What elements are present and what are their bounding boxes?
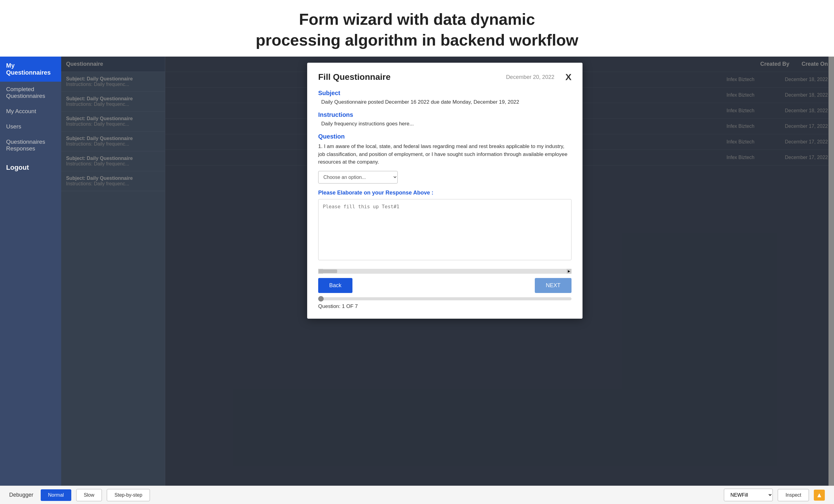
sidebar-item-my-account[interactable]: My Account — [0, 104, 61, 119]
modal-title: Fill Questionnaire — [318, 72, 390, 82]
normal-button[interactable]: Normal — [41, 489, 71, 501]
sidebar-item-questionnaires-responses[interactable]: Questionnaires Responses — [0, 134, 61, 156]
next-button[interactable]: NEXT — [535, 278, 571, 293]
sidebar: My Questionnaires Completed Questionnair… — [0, 56, 61, 491]
sidebar-item-completed[interactable]: Completed Questionnaires — [0, 82, 61, 104]
horizontal-scrollbar[interactable]: ◀ ▶ — [318, 269, 571, 274]
progress-thumb — [318, 296, 324, 301]
elaborate-textarea[interactable] — [318, 199, 571, 260]
modal-header: Fill Questionnaire December 20, 2022 X — [318, 72, 571, 82]
instructions-label: Instructions — [318, 111, 571, 118]
warning-icon: ▲ — [814, 490, 825, 501]
question-label: Question — [318, 133, 571, 140]
subject-text: Daily Questionnaire posted December 16 2… — [318, 99, 571, 105]
back-button[interactable]: Back — [318, 278, 352, 293]
progress-bar-area — [318, 297, 571, 300]
slow-button[interactable]: Slow — [76, 489, 102, 501]
workflow-dropdown[interactable]: NEWFill — [724, 489, 773, 501]
question-counter: Question: 1 OF 7 — [318, 303, 571, 310]
debugger-label: Debugger — [9, 492, 34, 498]
page-title: Form wizard with data dynamic processing… — [0, 0, 834, 56]
sidebar-item-my-questionnaires[interactable]: My Questionnaires — [0, 56, 61, 82]
elaborate-label: Please Elaborate on your Response Above … — [318, 190, 571, 196]
answer-select[interactable]: Choose an option... Yes No N/A — [318, 171, 398, 183]
fill-questionnaire-modal: Fill Questionnaire December 20, 2022 X S… — [307, 63, 583, 319]
scroll-right-arrow[interactable]: ▶ — [567, 269, 571, 274]
bottom-toolbar: Debugger Normal Slow Step-by-step NEWFil… — [0, 486, 834, 504]
subject-label: Subject — [318, 90, 571, 97]
step-by-step-button[interactable]: Step-by-step — [107, 489, 150, 501]
modal-footer: Back NEXT — [318, 278, 571, 293]
progress-track — [318, 297, 571, 300]
background-content: Questionnaire Subject: Daily Questionnai… — [61, 56, 834, 491]
inspect-button[interactable]: Inspect — [778, 489, 809, 501]
sidebar-item-users[interactable]: Users — [0, 119, 61, 134]
modal-date: December 20, 2022 — [506, 74, 554, 81]
question-text: 1. I am aware of the local, state, and f… — [318, 142, 571, 166]
close-button[interactable]: X — [565, 72, 571, 82]
vertical-scrollbar[interactable] — [829, 56, 834, 491]
modal-overlay: Fill Questionnaire December 20, 2022 X S… — [61, 56, 829, 491]
instructions-text: Daily frequency instructions goes here..… — [318, 121, 571, 127]
sidebar-item-logout[interactable]: Logout — [0, 159, 61, 176]
scroll-thumb[interactable] — [319, 270, 337, 273]
